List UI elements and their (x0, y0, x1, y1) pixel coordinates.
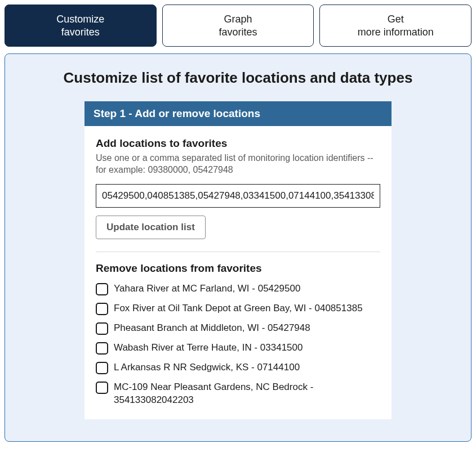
divider (96, 252, 380, 252)
location-checkbox[interactable] (96, 303, 108, 315)
tab-label-line2: more information (358, 26, 434, 38)
tab-label-line1: Get (388, 14, 404, 25)
location-row: Yahara River at MC Farland, WI - 0542950… (96, 282, 380, 295)
location-label: Wabash River at Terre Haute, IN - 033415… (114, 342, 302, 355)
tabs: Customize favorites Graph favorites Get … (5, 5, 471, 47)
location-checkbox[interactable] (96, 283, 108, 295)
update-location-list-button[interactable]: Update location list (96, 216, 206, 239)
location-row: Fox River at Oil Tank Depot at Green Bay… (96, 302, 380, 315)
location-checkbox[interactable] (96, 342, 108, 355)
remove-locations-title: Remove locations from favorites (96, 262, 380, 275)
location-label: Fox River at Oil Tank Depot at Green Bay… (114, 302, 363, 315)
step-header: Step 1 - Add or remove locations (84, 101, 392, 126)
tab-label-line2: favorites (219, 26, 257, 38)
location-label: Yahara River at MC Farland, WI - 0542950… (114, 282, 300, 295)
panel-title: Customize list of favorite locations and… (58, 69, 419, 88)
tab-label-line1: Customize (56, 14, 104, 25)
add-locations-help: Use one or a comma separated list of mon… (96, 152, 380, 176)
location-row: L Arkansas R NR Sedgwick, KS - 07144100 (96, 361, 380, 374)
customize-panel: Customize list of favorite locations and… (5, 53, 471, 442)
tab-get-more-information[interactable]: Get more information (319, 5, 471, 47)
step-card: Step 1 - Add or remove locations Add loc… (84, 101, 392, 419)
location-label: L Arkansas R NR Sedgwick, KS - 07144100 (114, 361, 300, 374)
location-checkbox[interactable] (96, 382, 108, 394)
tab-graph-favorites[interactable]: Graph favorites (162, 5, 314, 47)
location-ids-input[interactable] (96, 184, 380, 208)
add-locations-title: Add locations to favorites (96, 137, 380, 150)
tab-label-line1: Graph (224, 14, 252, 25)
card-body: Add locations to favorites Use one or a … (84, 126, 392, 419)
location-checkbox[interactable] (96, 362, 108, 374)
location-label: MC-109 Near Pleasant Gardens, NC Bedrock… (114, 381, 380, 407)
location-row: MC-109 Near Pleasant Gardens, NC Bedrock… (96, 381, 380, 407)
location-label: Pheasant Branch at Middleton, WI - 05427… (114, 322, 310, 335)
tab-label-line2: favorites (61, 26, 100, 38)
location-row: Wabash River at Terre Haute, IN - 033415… (96, 342, 380, 355)
tab-customize-favorites[interactable]: Customize favorites (5, 5, 157, 47)
location-row: Pheasant Branch at Middleton, WI - 05427… (96, 322, 380, 335)
location-checkbox[interactable] (96, 322, 108, 335)
